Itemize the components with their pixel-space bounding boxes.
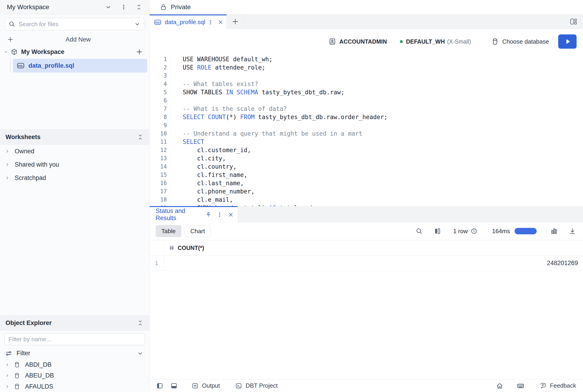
code-line[interactable]: SHOW TABLES IN SCHEMA tasty_bytes_dbt_db… [183,88,583,96]
code-line[interactable]: USE WAREHOUSE default_wh; [183,55,583,63]
collection-title: Private [171,4,191,11]
number-type-icon [168,245,175,251]
code-line[interactable] [183,96,583,105]
workspace-menu-button[interactable] [119,2,128,12]
code-line[interactable]: SUM(oh.order_total) AS total_order [183,204,583,206]
file-item-data-profile-sql[interactable]: SQL data_profile.sql [13,59,147,72]
tree-root-my-workspace[interactable]: My Workspace [0,46,150,58]
tab-menu-icon[interactable] [208,19,214,25]
results-menu-icon[interactable] [217,212,223,218]
code-line[interactable]: SELECT COUNT(*) FROM tasty_bytes_dbt_db.… [183,113,583,121]
plus-icon [7,36,14,43]
object-filter-input[interactable] [8,336,141,343]
choose-database-label: Choose database [502,38,549,45]
code-line[interactable]: cl.city, [183,154,583,162]
worksheets-item-label: Owned [15,148,34,155]
line-number: 17 [150,187,167,196]
chart-view-button[interactable]: Chart [184,225,211,237]
worksheets-section-header: Worksheets [0,130,150,144]
collapse-sidebar-button[interactable] [134,2,144,12]
code-line[interactable]: cl.first_name, [183,171,583,179]
workspace-switcher-button[interactable] [104,2,113,12]
cell-value: 248201269 [164,256,583,270]
collapse-worksheets-button[interactable] [137,134,144,140]
run-button[interactable] [558,34,576,49]
home-icon[interactable] [496,382,504,390]
collection-header: Private [150,0,583,14]
chevron-right-icon [5,374,10,378]
results-table-row[interactable]: 1 248201269 [150,256,583,271]
table-view-button[interactable]: Table [156,225,181,237]
role-selector[interactable]: ACCOUNTADMIN [328,38,387,46]
tab-close-icon[interactable] [218,19,224,25]
add-new-row[interactable]: Add New [0,33,150,46]
worksheets-item-scratchpad[interactable]: Scratchpad [0,171,150,184]
file-search-box[interactable] [4,18,145,30]
code-line[interactable]: -- Understand a query that might be used… [183,130,583,138]
tab-status-and-results[interactable]: Status and Results [150,206,238,222]
info-icon[interactable] [470,228,478,234]
role-badge-icon [328,38,336,46]
pin-icon[interactable] [205,212,212,218]
main-panel: Private SQL data_profile.sql [150,0,583,392]
search-options-chevron-icon[interactable] [134,21,140,27]
results-tab-strip: Status and Results [150,206,583,222]
new-tab-button[interactable] [227,14,244,29]
code-line[interactable]: cl.e_mail, [183,196,583,204]
download-icon[interactable] [569,228,576,235]
search-results-icon[interactable] [416,228,423,235]
panel-layout-button[interactable] [564,14,583,29]
column-header-count[interactable]: COUNT(*) [164,240,583,256]
columns-icon[interactable] [434,228,441,235]
object-explorer-filter-toggle[interactable]: Filter [0,348,150,360]
code-line[interactable]: -- What is the scale of data? [183,105,583,113]
worksheets-item-owned[interactable]: Owned [0,144,150,158]
chevron-down-icon [105,4,112,10]
worksheets-item-shared[interactable]: Shared with you [0,158,150,171]
line-number: 6 [150,96,167,105]
add-file-button[interactable] [136,48,143,56]
search-icon [8,21,16,28]
line-number: 2 [150,63,167,72]
feedback-button[interactable]: Feedback [540,382,576,390]
collapse-object-explorer-button[interactable] [137,320,144,326]
tree-indent-guide [10,58,10,72]
add-new-label: Add New [14,36,142,43]
database-selector[interactable]: Choose database [491,38,549,46]
toggle-bottom-panel-icon[interactable] [170,382,178,390]
code-line[interactable]: cl.customer_id, [183,146,583,154]
search-input[interactable] [18,21,134,28]
toggle-left-panel-icon[interactable] [156,382,164,390]
code-line[interactable]: cl.last_name, [183,179,583,187]
sql-editor[interactable]: 12345678910111213141516171819 USE WAREHO… [150,54,583,206]
code-line[interactable]: USE ROLE attendee_role; [183,63,583,72]
editor-gutter: 12345678910111213141516171819 [150,54,171,206]
object-filter-box[interactable] [4,333,145,345]
results-close-icon[interactable] [228,212,234,218]
output-label: Output [202,382,220,389]
bar-chart-icon[interactable] [550,228,558,235]
code-line[interactable] [183,72,583,80]
tab-data-profile-sql[interactable]: SQL data_profile.sql [150,14,227,29]
code-line[interactable] [183,121,583,130]
database-item[interactable]: ABDI_DB [0,360,150,370]
code-line[interactable]: cl.phone_number, [183,187,583,196]
code-line[interactable]: -- What tables exist? [183,80,583,88]
terminal-icon [235,382,242,390]
output-button[interactable]: Output [192,382,220,390]
chevron-down-icon[interactable] [4,50,8,54]
code-line[interactable]: SELECT [183,138,583,146]
editor-code[interactable]: USE WAREHOUSE default_wh;USE ROLE attend… [171,54,583,206]
database-item[interactable]: ABEU_DB [0,370,150,381]
tab-label: data_profile.sql [165,18,205,26]
code-line[interactable]: cl.country, [183,162,583,171]
query-duration-bar[interactable] [514,228,537,234]
chevron-right-icon [5,176,10,180]
warehouse-selector[interactable]: DEFAULT_WH (X-Small) [400,38,471,45]
dbt-project-button[interactable]: DBT Project [235,382,278,390]
database-icon [14,383,20,390]
filter-sliders-icon [5,350,12,357]
database-item[interactable]: AFAULDS [0,381,150,392]
keyboard-shortcuts-icon[interactable] [516,382,525,390]
status-bar: Output DBT Project Feedback [150,379,583,392]
